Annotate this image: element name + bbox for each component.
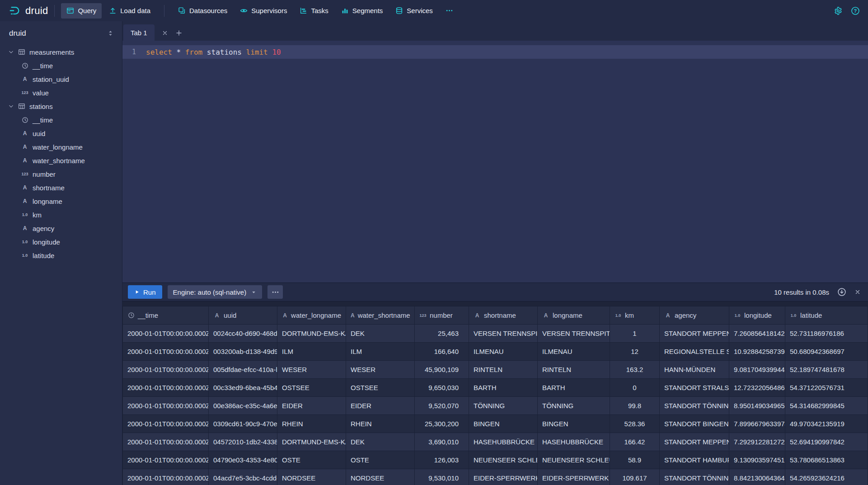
result-cell[interactable]: 58.9 (610, 451, 660, 469)
result-cell[interactable]: RHEIN (346, 415, 415, 433)
result-cell[interactable]: 50.680942368697 (785, 343, 868, 361)
result-cell[interactable]: NORDSEE (277, 469, 346, 485)
result-cell[interactable]: ILMENAU (538, 343, 610, 361)
result-cell[interactable]: NORDSEE (346, 469, 415, 485)
result-cell[interactable]: NEUENSEER SCHLEUSE (538, 451, 610, 469)
tree-column-station-uuid[interactable]: Astation_uuid (0, 72, 122, 86)
result-cell[interactable]: 45,900,109 (415, 361, 469, 379)
tree-table-measurements[interactable]: measurements (0, 45, 122, 59)
tree-column-water-shortname[interactable]: Awater_shortname (0, 154, 122, 167)
result-cell[interactable]: 003200ab-d138-49d9- (209, 343, 277, 361)
close-results-icon[interactable] (854, 289, 861, 295)
column-header-longitude[interactable]: 1.0longitude (729, 306, 785, 325)
result-cell[interactable]: 04572010-1db2-4338- (209, 433, 277, 451)
nav-item-tasks[interactable]: Tasks (294, 3, 333, 19)
result-cell[interactable]: 7.2929122812727 (729, 433, 785, 451)
result-cell[interactable]: DEK (346, 433, 415, 451)
column-header-km[interactable]: 1.0km (610, 306, 660, 325)
result-cell[interactable]: 52.189747481678 (785, 361, 868, 379)
result-cell[interactable]: HASEHUBBRÜCKE (469, 433, 538, 451)
nav-item-more[interactable] (440, 3, 459, 19)
result-cell[interactable]: 54.265923624216 (785, 469, 868, 485)
tree-column-km[interactable]: 1.0km (0, 208, 122, 221)
run-button[interactable]: Run (128, 285, 162, 299)
sql-editor[interactable]: 1 select * from stations limit 10 (122, 41, 868, 283)
result-cell[interactable]: NEUENSEER SCHLEUSE (469, 451, 538, 469)
tree-column--time[interactable]: __time (0, 59, 122, 72)
result-cell[interactable]: 8.8421300643646 (729, 469, 785, 485)
result-cell[interactable]: HASEHUBBRÜCKE (538, 433, 610, 451)
column-header-agency[interactable]: Aagency (660, 306, 729, 325)
result-cell[interactable]: 0309cd61-90c9-470e- (209, 415, 277, 433)
result-cell[interactable]: EIDER-SPERRWERK AP (538, 469, 610, 485)
tree-column-latitude[interactable]: 1.0latitude (0, 249, 122, 262)
help-icon[interactable]: ? (851, 6, 860, 15)
engine-select-button[interactable]: Engine: auto (sql-native) (168, 285, 263, 299)
result-cell[interactable]: REGIONALSTELLE SUHL (660, 343, 729, 361)
tree-column-shortname[interactable]: Ashortname (0, 181, 122, 194)
column-header-number[interactable]: 123number (415, 306, 469, 325)
tree-column-longname[interactable]: Alongname (0, 194, 122, 208)
result-cell[interactable]: 99.8 (610, 397, 660, 415)
result-cell[interactable]: 166,640 (415, 343, 469, 361)
column-header-longname[interactable]: Alongname (538, 306, 610, 325)
result-cell[interactable]: 2000-01-01T00:00:00.000Z (123, 325, 209, 343)
result-cell[interactable]: 9,520,070 (415, 397, 469, 415)
result-cell[interactable]: 8.9501490349657 (729, 397, 785, 415)
result-cell[interactable]: BINGEN (538, 415, 610, 433)
result-cell[interactable]: 9.1309035974516 (729, 451, 785, 469)
result-cell[interactable]: 12.723220564867 (729, 379, 785, 397)
result-cell[interactable]: 005dfdae-efcc-410a-b (209, 361, 277, 379)
result-cell[interactable]: 1 (610, 325, 660, 343)
result-cell[interactable]: 54.314682999845 (785, 397, 868, 415)
result-cell[interactable]: 25,300,200 (415, 415, 469, 433)
tree-column-number[interactable]: 123number (0, 167, 122, 181)
tab-close-icon[interactable] (162, 30, 168, 36)
result-cell[interactable]: 00c33ed9-6bea-45b4- (209, 379, 277, 397)
add-tab-icon[interactable] (175, 29, 183, 37)
result-cell[interactable]: 2000-01-01T00:00:00.000Z (123, 361, 209, 379)
column-header-uuid[interactable]: Auuid (209, 306, 277, 325)
result-cell[interactable]: 7.8996679633974 (729, 415, 785, 433)
result-cell[interactable]: WESER (346, 361, 415, 379)
result-cell[interactable]: STANDORT MEPPEN (660, 433, 729, 451)
result-cell[interactable]: STANDORT STRALSUND (660, 379, 729, 397)
result-cell[interactable]: 04acd7e5-3cbc-4cdd- (209, 469, 277, 485)
result-cell[interactable]: 04790e03-4353-4e80- (209, 451, 277, 469)
result-cell[interactable]: 163.2 (610, 361, 660, 379)
result-cell[interactable]: 52.731186976186 (785, 325, 868, 343)
result-cell[interactable]: 0 (610, 379, 660, 397)
result-cell[interactable]: EIDER (277, 397, 346, 415)
result-cell[interactable]: BARTH (538, 379, 610, 397)
column-header-shortname[interactable]: Ashortname (469, 306, 538, 325)
download-results-icon[interactable] (837, 287, 846, 297)
result-cell[interactable]: STANDORT BINGEN (660, 415, 729, 433)
settings-gear-icon[interactable] (834, 6, 843, 15)
more-options-button[interactable] (267, 285, 283, 299)
result-cell[interactable]: 9,530,010 (415, 469, 469, 485)
result-cell[interactable]: 166.42 (610, 433, 660, 451)
result-cell[interactable]: STANDORT TÖNNING (660, 397, 729, 415)
result-cell[interactable]: 7.2608564181428 (729, 325, 785, 343)
result-cell[interactable]: DEK (346, 325, 415, 343)
result-cell[interactable]: 3,690,010 (415, 433, 469, 451)
nav-item-services[interactable]: Services (390, 3, 438, 19)
result-cell[interactable]: DORTMUND-EMS-KANAL (277, 325, 346, 343)
nav-item-query[interactable]: Query (61, 3, 102, 19)
result-cell[interactable]: EIDER-SPERRWERK AP (469, 469, 538, 485)
column-header-latitude[interactable]: 1.0latitude (785, 306, 868, 325)
tree-column-value[interactable]: 123value (0, 86, 122, 99)
result-cell[interactable]: 2000-01-01T00:00:00.000Z (123, 397, 209, 415)
result-cell[interactable]: BINGEN (469, 415, 538, 433)
result-cell[interactable]: 2000-01-01T00:00:00.000Z (123, 379, 209, 397)
result-cell[interactable]: 53.780686513863 (785, 451, 868, 469)
result-cell[interactable]: OSTE (277, 451, 346, 469)
result-cell[interactable]: 2000-01-01T00:00:00.000Z (123, 433, 209, 451)
tree-column-agency[interactable]: Aagency (0, 221, 122, 235)
result-cell[interactable]: STANDORT TÖNNING (660, 469, 729, 485)
nav-item-load-data[interactable]: Load data (103, 3, 156, 19)
result-cell[interactable]: EIDER (346, 397, 415, 415)
result-cell[interactable]: 52.694190997842 (785, 433, 868, 451)
result-cell[interactable]: 2000-01-01T00:00:00.000Z (123, 469, 209, 485)
result-cell[interactable]: 0024cc40-d690-468d- (209, 325, 277, 343)
